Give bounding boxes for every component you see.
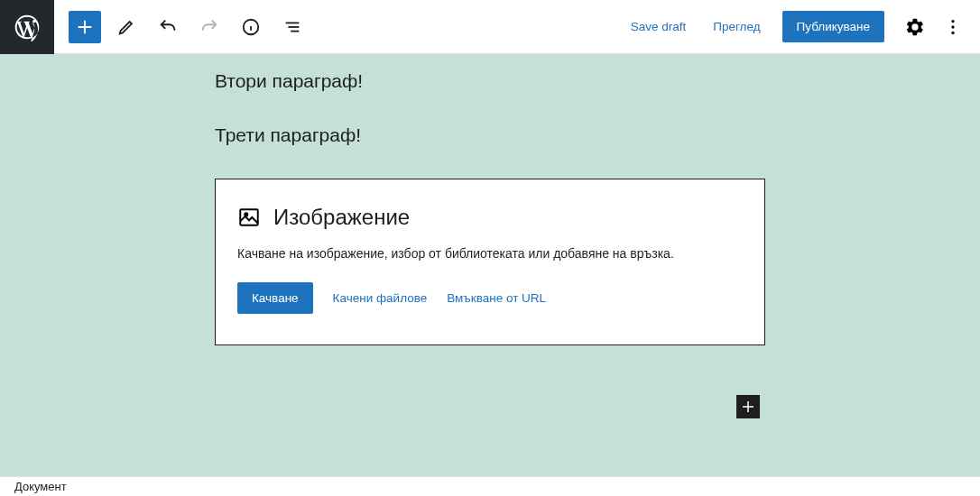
more-vertical-icon [943, 17, 963, 37]
publish-button[interactable]: Публикуване [782, 11, 884, 42]
info-icon [241, 17, 261, 37]
toolbar-left [54, 11, 309, 43]
insert-url-button[interactable]: Вмъкване от URL [447, 291, 546, 305]
paragraph-block[interactable]: Втори параграф! [215, 70, 765, 92]
breadcrumb[interactable]: Документ [14, 480, 67, 493]
paragraph-block[interactable]: Трети параграф! [215, 124, 765, 146]
add-block-inline-button[interactable] [736, 395, 760, 418]
image-icon [237, 206, 261, 229]
list-icon [282, 17, 302, 37]
toolbar-right: Save draft Преглед Публикуване [620, 11, 980, 43]
upload-button[interactable]: Качване [237, 282, 313, 314]
preview-button[interactable]: Преглед [702, 13, 771, 41]
settings-button[interactable] [899, 11, 931, 43]
image-block-title: Изображение [273, 205, 410, 230]
content-area: Втори параграф! Трети параграф! Изображе… [215, 54, 765, 345]
svg-point-10 [245, 213, 247, 216]
svg-rect-9 [240, 209, 258, 225]
svg-point-6 [951, 19, 954, 22]
plus-icon [75, 17, 95, 37]
media-library-button[interactable]: Качени файлове [333, 291, 428, 305]
gear-icon [905, 17, 925, 37]
add-block-button[interactable] [69, 11, 101, 43]
undo-button[interactable] [152, 11, 184, 43]
editor-header: Save draft Преглед Публикуване [0, 0, 980, 54]
wordpress-icon [13, 13, 42, 41]
image-block-header: Изображение [237, 205, 743, 230]
image-block-placeholder[interactable]: Изображение Качване на изображение, избо… [215, 179, 765, 345]
svg-point-8 [951, 31, 954, 33]
image-block-description: Качване на изображение, избор от библиот… [237, 246, 743, 261]
undo-icon [158, 17, 178, 37]
save-draft-button[interactable]: Save draft [620, 13, 698, 41]
info-button[interactable] [235, 11, 267, 43]
wordpress-logo[interactable] [0, 0, 54, 54]
image-block-actions: Качване Качени файлове Вмъкване от URL [237, 282, 743, 314]
editor-canvas: Втори параграф! Трети параграф! Изображе… [0, 54, 980, 476]
more-options-button[interactable] [937, 11, 969, 43]
plus-icon [740, 399, 756, 415]
editor-footer: Документ [0, 476, 980, 496]
svg-point-7 [951, 25, 954, 28]
edit-mode-button[interactable] [110, 11, 143, 43]
outline-button[interactable] [276, 11, 309, 43]
pencil-icon [116, 17, 136, 37]
redo-icon [199, 17, 219, 37]
redo-button[interactable] [193, 11, 226, 43]
